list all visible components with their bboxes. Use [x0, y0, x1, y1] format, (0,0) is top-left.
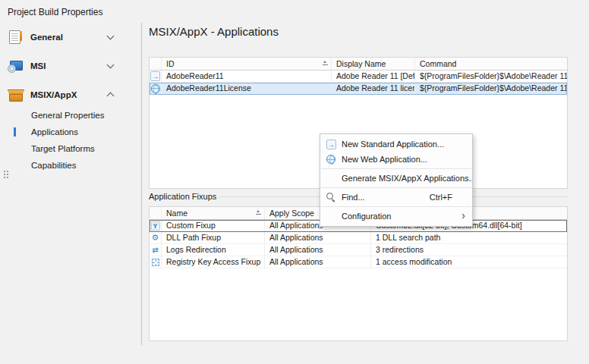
- sidebar-splitter[interactable]: [141, 23, 142, 345]
- fixup-apply-scope: All Applications: [265, 232, 371, 243]
- sidebar-group-msix-appx[interactable]: MSIX/AppX: [8, 86, 134, 103]
- table-row[interactable]: Logs Redirection All Applications 3 redi…: [150, 244, 567, 256]
- fixup-details: 1 DLL search path: [371, 232, 567, 243]
- fixup-name: Custom Fixup: [162, 220, 265, 231]
- page-title: Project Build Properties: [8, 7, 102, 17]
- sidebar-item-applications[interactable]: Applications: [0, 125, 141, 139]
- standard-application-icon: [150, 71, 160, 81]
- table-row[interactable]: AdobeReader11License Adobe Reader 11 lic…: [150, 83, 567, 95]
- app-id: AdobeReader11: [162, 71, 332, 82]
- project-build-properties-window: Project Build Properties General MSI MSI…: [0, 0, 589, 364]
- applications-table-header: ID Display Name Command: [150, 58, 567, 71]
- fixup-details: 1 access modification: [371, 256, 567, 268]
- sidebar-item-capabilities[interactable]: Capabilities: [0, 158, 141, 172]
- fixup-name: Registry Key Access Fixup: [162, 256, 265, 268]
- sidebar-item-target-platforms[interactable]: Target Platforms: [0, 142, 141, 155]
- redirect-arrows-icon: [150, 245, 160, 255]
- app-command: ${ProgramFilesFolder}$\Adobe\Reader 11.0…: [415, 83, 567, 94]
- menu-separator: [321, 206, 471, 207]
- sidebar-item-label: General Properties: [31, 111, 105, 120]
- sidebar-group-label: General: [30, 33, 63, 42]
- fixup-name: Logs Redirection: [162, 244, 265, 256]
- custom-fixup-icon: [151, 221, 160, 231]
- gear-icon: [150, 233, 160, 243]
- sidebar-group-general[interactable]: General: [8, 29, 134, 46]
- find-icon: [326, 193, 336, 202]
- sidebar-group-label: MSI: [30, 61, 46, 71]
- menu-item-generate-msix-appx-applications[interactable]: Generate MSIX/AppX Applications...: [320, 171, 472, 186]
- sidebar-item-label: Capabilities: [31, 161, 76, 170]
- table-row[interactable]: AdobeReader11 Adobe Reader 11 [Default] …: [150, 71, 567, 83]
- msi-disc-icon: [8, 58, 23, 74]
- standard-application-icon: [326, 140, 336, 149]
- header-icon-column[interactable]: [150, 58, 162, 70]
- sidebar-item-general-properties[interactable]: General Properties: [0, 108, 141, 122]
- context-menu: New Standard Application... New Web Appl…: [320, 133, 473, 227]
- registry-grid-icon: [152, 259, 159, 266]
- fixup-apply-scope: All Applications: [265, 244, 371, 256]
- selected-item-marker: [14, 127, 16, 136]
- table-row[interactable]: Registry Key Access Fixup All Applicatio…: [150, 256, 567, 268]
- menu-item-find[interactable]: Find... Ctrl+F: [320, 190, 472, 205]
- section-title: MSIX/AppX - Applications: [149, 25, 279, 38]
- header-command[interactable]: Command: [415, 58, 567, 70]
- msix-box-icon: [8, 87, 23, 102]
- sidebar-group-label: MSIX/AppX: [30, 90, 77, 99]
- header-id[interactable]: ID: [162, 58, 332, 70]
- header-display-name[interactable]: Display Name: [332, 58, 415, 70]
- application-fixups-label: Application Fixups: [149, 192, 216, 201]
- sort-ascending-icon: [256, 210, 261, 215]
- sidebar-item-label: Target Platforms: [31, 144, 95, 153]
- fixup-name: DLL Path Fixup: [162, 232, 265, 243]
- menu-item-new-web-application[interactable]: New Web Application...: [320, 152, 472, 167]
- fixup-details: 3 redirections: [371, 244, 567, 256]
- sidebar: General MSI MSIX/AppX General Properties…: [0, 23, 141, 349]
- menu-separator: [321, 168, 471, 169]
- table-row[interactable]: DLL Path Fixup All Applications 1 DLL se…: [150, 232, 567, 244]
- chevron-down-icon[interactable]: [107, 33, 115, 40]
- app-display-name: Adobe Reader 11 [Default]: [332, 71, 415, 82]
- general-document-icon: [8, 30, 23, 45]
- menu-separator: [321, 187, 471, 188]
- app-display-name: Adobe Reader 11 license: [332, 83, 415, 94]
- app-id: AdobeReader11License: [162, 83, 332, 94]
- sort-ascending-icon: [323, 61, 328, 66]
- app-command: ${ProgramFilesFolder}$\Adobe\Reader 11.0…: [415, 71, 567, 82]
- fixup-apply-scope: All Applications: [265, 256, 371, 268]
- menu-item-new-standard-application[interactable]: New Standard Application...: [320, 136, 472, 152]
- web-application-icon: [151, 84, 160, 93]
- web-application-icon: [326, 155, 335, 164]
- chevron-down-icon[interactable]: [107, 61, 115, 69]
- menu-item-configuration[interactable]: Configuration ›: [320, 209, 472, 224]
- panel-grip-handle[interactable]: [3, 170, 8, 179]
- submenu-arrow-icon: ›: [461, 209, 465, 221]
- sidebar-group-msi[interactable]: MSI: [8, 58, 134, 74]
- header-icon-column[interactable]: [150, 207, 162, 219]
- chevron-up-icon[interactable]: [107, 93, 115, 100]
- header-name[interactable]: Name: [162, 207, 265, 219]
- menu-shortcut: Ctrl+F: [430, 193, 452, 202]
- sidebar-item-label: Applications: [31, 127, 78, 136]
